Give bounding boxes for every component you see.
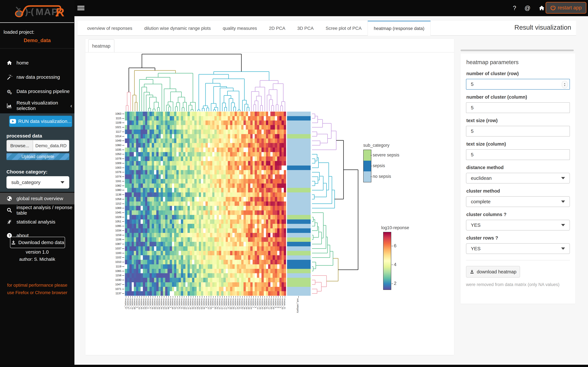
row-label: 1010 <box>105 260 124 264</box>
sidebar-item-data-processing-pipeline[interactable]: ⚙⚙Data processing pipeline <box>0 85 74 97</box>
annotation-cell-no <box>287 120 311 125</box>
sidebar-item-label: Data processing pipeline <box>16 89 70 94</box>
choose-category-label: Choose category: <box>7 169 48 175</box>
sidebar-item-raw-data-processing[interactable]: raw data processing <box>0 71 74 83</box>
select-input[interactable]: YES <box>466 220 570 231</box>
annotation-cell-no <box>287 125 311 130</box>
column-label: Analyte_39 <box>259 298 261 309</box>
field-value: complete <box>471 199 491 204</box>
tab-scree-plot-of-pca[interactable]: Scree plot of PCA <box>320 21 368 35</box>
upload-status-label: Upload complete <box>22 154 54 159</box>
number-input[interactable]: 5 <box>466 149 570 160</box>
annotation-cell-no <box>287 152 311 157</box>
sidebar-toggle-icon[interactable] <box>77 5 84 11</box>
select-input[interactable]: complete <box>466 196 570 207</box>
row-label: 1014 <box>105 134 124 139</box>
field-label: cluster method <box>466 188 570 194</box>
annotation-cell-sepsis <box>287 219 311 224</box>
column-label: Analyte_29 <box>165 298 167 309</box>
column-label: Analyte_66 <box>167 298 169 309</box>
row-label: 1161 <box>105 179 124 184</box>
column-label: Analyte_60 <box>270 298 273 309</box>
tab-dilution-wise-dynamic-range-plots[interactable]: dilution wise dynamic range plots <box>138 21 217 35</box>
heatmap-matrix <box>125 112 286 296</box>
tab-2d-pca[interactable]: 2D PCA <box>263 21 291 35</box>
select-input[interactable]: YES <box>466 243 570 254</box>
contact-at-icon[interactable]: @ <box>523 0 532 16</box>
select-input[interactable]: euclidean <box>466 173 570 184</box>
tab-heatmap[interactable]: heatmap <box>88 39 114 52</box>
sidebar-item-inspect-analysis-reponse-table[interactable]: inspect analysis / reponse table <box>0 204 74 216</box>
sidebar-item-home[interactable]: home <box>0 57 74 69</box>
annotation-cell-no <box>287 246 311 251</box>
tab-3d-pca[interactable]: 3D PCA <box>291 21 320 35</box>
heatmap-parameters-panel: heatmap parameters number of cluster (ro… <box>460 53 575 304</box>
home-icon[interactable] <box>537 0 547 16</box>
heatmap-row-labels: 1063111511091021111710141049106010351050… <box>105 112 124 296</box>
play-icon <box>10 119 16 124</box>
horizontal-scrollbar[interactable] <box>460 50 574 51</box>
run-data-visualization-button[interactable]: RUN data visualization... <box>9 116 72 127</box>
legend-label: severe sepsis <box>373 153 399 158</box>
row-label: 1082 <box>105 184 124 188</box>
tab-heatmap-response-data-[interactable]: heatmap (response data) <box>368 21 431 36</box>
number-input[interactable]: 5 <box>466 126 570 136</box>
field-cluster-rows-: cluster rows ?YES <box>466 235 570 254</box>
annotation-cell-sepsis <box>287 166 311 170</box>
file-name-field[interactable]: Demo_data.RD <box>33 140 69 152</box>
category-select[interactable]: sub_category <box>7 176 69 189</box>
browse-button[interactable]: Browse... <box>7 140 33 152</box>
annotation-cell-sepsis <box>287 228 311 233</box>
number-spinner[interactable]: ▲▼ <box>562 81 568 88</box>
row-label: 1009 <box>105 161 124 166</box>
na-removed-note: were removed from data matrix (only NA v… <box>466 282 570 287</box>
column-label: Analyte_20 <box>281 298 284 309</box>
top-navbar: ? @ restart app <box>0 0 588 16</box>
help-icon[interactable]: ? <box>510 0 519 16</box>
column-label: Analyte_50 <box>272 298 275 309</box>
row-label: 1063 <box>105 112 124 116</box>
annotation-cell-no <box>287 255 311 260</box>
sidebar-item-global-result-overview[interactable]: global result overview <box>0 193 74 204</box>
restart-app-button[interactable]: restart app <box>546 2 586 14</box>
field-value: 5 <box>471 152 474 158</box>
column-label: Analyte_15 <box>187 298 190 309</box>
column-label: Analyte_53 <box>163 298 165 309</box>
annotation-cell-severe <box>287 251 311 255</box>
column-label: Analyte_45 <box>140 298 143 309</box>
column-label: Analyte_44 <box>194 298 196 309</box>
column-label: Analyte_33 <box>138 298 140 309</box>
tab-quality-measures[interactable]: quality measures <box>217 21 263 35</box>
download-heatmap-button[interactable]: download heatmap <box>466 266 520 278</box>
chart-icon <box>7 103 12 108</box>
parameter-fields: number of cluster (row)5▲▼number of clus… <box>466 71 570 254</box>
annotation-cell-no <box>287 184 311 188</box>
chevron-down-icon <box>561 224 565 226</box>
row-label: 1028 <box>105 215 124 219</box>
project-name: Demo_data <box>0 38 74 43</box>
field-value: 5 <box>471 105 474 110</box>
field-label: number of cluster (column) <box>466 94 570 100</box>
result-tabs: overview of responsesdilution wise dynam… <box>78 21 576 36</box>
sidebar-item-statistical-analysis[interactable]: statistical analysis <box>0 216 74 228</box>
row-label: 1034 <box>105 228 124 233</box>
tab-overview-of-responses[interactable]: overview of responses <box>81 21 138 35</box>
author-label: author: S. Michalik <box>0 257 74 262</box>
download-demo-data-button[interactable]: Download demo data <box>10 237 65 248</box>
annotation-cell-sepsis <box>287 260 311 264</box>
annotation-cell-no <box>287 206 311 210</box>
column-label: Analyte_27 <box>176 298 178 309</box>
number-input[interactable]: 5▲▼ <box>466 79 570 90</box>
file-input-group: Browse... Demo_data.RD <box>7 140 69 152</box>
column-label: Analyte_16 <box>219 298 221 309</box>
number-input[interactable]: 5 <box>466 102 570 113</box>
column-label: Analyte_3 <box>205 298 208 308</box>
legend-swatch-severe <box>363 150 371 161</box>
annotation-column <box>287 112 311 296</box>
sidebar-item-result-visualization-selection[interactable]: Result visualization selection‹ <box>0 100 74 111</box>
page-title: Result visualization <box>514 24 571 31</box>
row-label: 1159 <box>105 233 124 237</box>
annotation-cell-no <box>287 224 311 228</box>
row-label: 1058 <box>105 197 124 201</box>
performance-note-line2: use Firefox or Chrome browser <box>0 290 74 295</box>
